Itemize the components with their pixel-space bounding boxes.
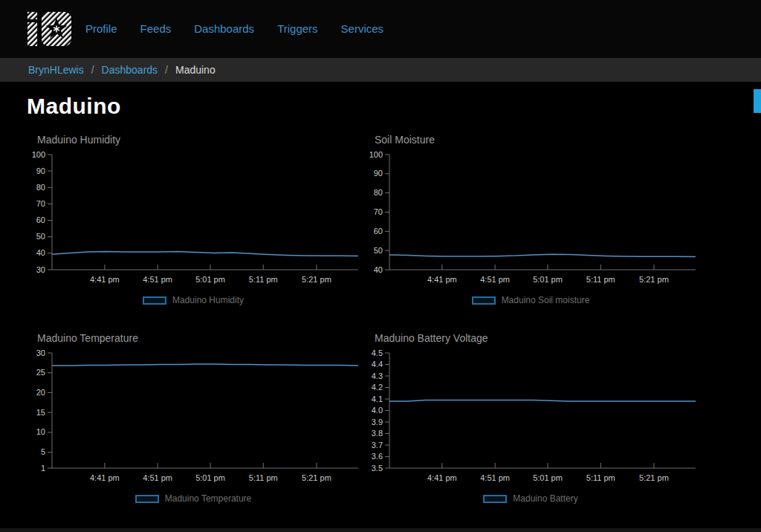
chart-plot: 3025201510514:41 pm4:51 pm5:01 pm5:11 pm… [27,348,360,491]
x-tick-label: 4:51 pm [143,275,172,284]
y-tick-label: 4.3 [372,372,383,380]
y-tick-label: 70 [374,207,383,216]
x-tick-label: 4:41 pm [90,275,120,284]
chart-plot: 4.54.44.34.24.14.03.93.83.73.63.54:41 pm… [364,348,697,491]
y-tick-label: 5 [41,447,45,456]
chart-title: Maduino Temperature [27,332,360,344]
x-tick-label: 5:21 pm [639,275,669,284]
y-tick-label: 4.0 [372,406,383,415]
y-tick-label: 50 [36,232,45,241]
nav-item-services[interactable]: Services [341,22,384,35]
charts-grid: Maduino Humidity 100908070605040304:41 p… [27,134,761,504]
chart-title: Maduino Battery Voltage [364,332,697,344]
y-tick-label: 1 [41,464,45,473]
nav-item-dashboards[interactable]: Dashboards [194,22,254,35]
nav-item-profile[interactable]: Profile [85,22,117,35]
nav-item-triggers[interactable]: Triggers [277,22,317,35]
y-tick-label: 4.5 [372,348,383,357]
x-tick-label: 4:41 pm [427,473,457,482]
legend-label: Maduino Soil moisture [502,295,590,305]
x-tick-label: 5:01 pm [195,275,225,284]
y-tick-label: 90 [374,169,383,178]
legend-label: Maduino Temperature [165,493,252,504]
x-tick-label: 5:01 pm [533,275,563,284]
chart-card-soil-moisture: Soil Moisture 1009080706050404:41 pm4:51… [364,134,697,305]
y-tick-label: 3.8 [372,429,383,438]
legend-label: Maduino Humidity [172,295,244,305]
y-tick-label: 10 [36,427,45,436]
y-tick-label: 30 [36,348,45,357]
main-content: Maduino Maduino Humidity 100908070605040… [0,82,761,504]
x-tick-label: 4:51 pm [480,275,510,284]
x-tick-label: 4:51 pm [480,473,510,482]
x-tick-label: 4:41 pm [90,473,120,482]
x-tick-label: 5:11 pm [586,473,615,482]
chart-plot: 100908070605040304:41 pm4:51 pm5:01 pm5:… [27,150,360,293]
y-tick-label: 80 [374,188,383,197]
y-tick-label: 40 [36,248,45,257]
chart-card-temperature: Maduino Temperature 3025201510514:41 pm4… [27,332,360,504]
legend-swatch [143,296,166,305]
y-tick-label: 80 [36,183,45,192]
x-tick-label: 5:01 pm [533,473,563,482]
y-tick-label: 3.6 [372,452,383,461]
primary-action-button[interactable] [754,89,761,113]
x-tick-label: 5:11 pm [249,275,278,284]
data-line [389,254,696,256]
x-tick-label: 5:21 pm [639,473,669,482]
x-tick-label: 5:21 pm [302,473,331,482]
data-line [52,252,358,256]
y-tick-label: 50 [374,246,383,255]
y-tick-label: 4.1 [372,395,383,403]
y-tick-label: 70 [36,199,45,208]
x-tick-label: 4:51 pm [143,473,172,482]
data-line [52,364,358,366]
nav-item-feeds[interactable]: Feeds [140,22,172,35]
legend-swatch [135,495,159,503]
breadcrumb-separator: / [91,64,94,76]
legend-label: Maduino Battery [513,493,577,504]
chart-card-battery: Maduino Battery Voltage 4.54.44.34.24.14… [364,332,697,504]
breadcrumb-dashboards-link[interactable]: Dashboards [102,64,158,76]
chart-legend: Maduino Battery [364,493,697,504]
chart-legend: Maduino Humidity [27,295,360,305]
page-title: Maduino [27,94,761,119]
y-tick-label: 4.4 [372,360,383,369]
y-tick-label: 60 [374,227,383,236]
legend-swatch [472,296,496,305]
chart-legend: Maduino Temperature [27,493,360,504]
chart-title: Maduino Humidity [27,134,360,146]
y-tick-label: 3.7 [372,441,383,450]
y-tick-label: 90 [36,166,45,175]
y-tick-label: 4.2 [372,383,383,392]
y-tick-label: 20 [36,388,45,397]
y-tick-label: 40 [374,265,383,274]
x-tick-label: 5:01 pm [195,473,225,482]
legend-swatch [483,495,507,503]
y-tick-label: 3.9 [372,418,383,426]
adafruit-io-logo[interactable] [25,9,74,49]
y-tick-label: 30 [36,265,45,274]
breadcrumb: BrynHLewis / Dashboards / Maduino [0,58,761,82]
y-tick-label: 15 [36,408,45,417]
x-tick-label: 5:11 pm [249,473,278,482]
breadcrumb-separator: / [165,64,168,76]
data-line [389,400,696,402]
chart-legend: Maduino Soil moisture [364,295,697,305]
x-tick-label: 4:41 pm [427,275,457,284]
footer-strip [0,528,761,532]
chart-title: Soil Moisture [364,134,697,146]
logo-i-dot [27,12,37,19]
nav-links: Profile Feeds Dashboards Triggers Servic… [85,22,383,36]
breadcrumb-current: Maduino [175,64,216,76]
y-tick-label: 3.5 [372,464,383,473]
y-tick-label: 60 [36,215,45,224]
breadcrumb-user-link[interactable]: BrynHLewis [28,64,84,76]
x-tick-label: 5:21 pm [302,275,331,284]
chart-card-humidity: Maduino Humidity 100908070605040304:41 p… [27,134,360,305]
y-tick-label: 25 [36,368,45,377]
y-tick-label: 100 [369,150,383,159]
y-tick-label: 100 [32,150,45,159]
chart-plot: 1009080706050404:41 pm4:51 pm5:01 pm5:11… [364,150,697,293]
logo-i-stem [27,22,37,46]
